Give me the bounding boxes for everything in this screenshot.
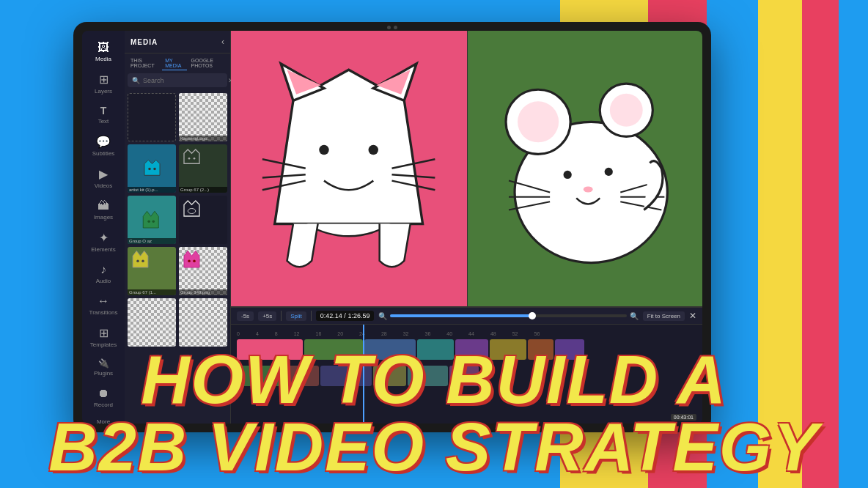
media-thumb-3[interactable]: artist kit (1).p... <box>128 144 176 193</box>
timeline-ruler: 0 4 8 12 16 20 24 28 32 36 40 44 <box>231 325 702 336</box>
progress-bar[interactable] <box>390 314 626 317</box>
sidebar-item-elements[interactable]: ✦ Elements <box>84 226 122 257</box>
subtitles-icon: 💬 <box>96 135 111 149</box>
media-thumb-7[interactable]: Group 67 (1... <box>128 247 176 295</box>
skip-forward-button[interactable]: +5s <box>258 311 276 321</box>
ruler-tick-48: 48 <box>490 331 496 336</box>
svg-point-12 <box>136 260 139 263</box>
time-display: 0:42.14 / 1:26.59 <box>316 311 375 321</box>
sidebar-label-subtitles: Subtitles <box>92 150 115 157</box>
media-thumb-10[interactable] <box>179 298 227 347</box>
preview-left <box>231 31 467 306</box>
svg-point-1 <box>148 167 151 170</box>
preview-right <box>467 31 703 306</box>
ruler-tick-0: 0 <box>237 331 240 336</box>
media-thumb-4[interactable]: Group 67 (2...) <box>179 144 227 193</box>
cat-right-container <box>468 31 703 306</box>
ruler-tick-4: 4 <box>256 331 259 336</box>
svg-marker-14 <box>184 251 199 267</box>
progress-fill <box>390 314 532 317</box>
ruler-tick-32: 32 <box>403 331 409 336</box>
thumb-label-8: Group 349.png <box>179 289 227 295</box>
title-line2: B2B VIDEO STRATEGY <box>15 413 853 481</box>
sidebar-label-text: Text <box>98 118 109 125</box>
close-timeline-button[interactable]: ✕ <box>689 311 696 321</box>
svg-point-15 <box>188 260 191 263</box>
time-total: 1:26.59 <box>347 312 369 319</box>
thumb-label-5: Group O az <box>128 238 176 244</box>
sidebar-item-media[interactable]: 🖼 Media <box>84 37 122 67</box>
sidebar-item-videos[interactable]: ▶ Videos <box>84 163 122 193</box>
search-input[interactable] <box>143 77 225 84</box>
media-thumb-2[interactable]: KapwingLogo... <box>179 93 227 141</box>
thumb-label-4: Group 67 (2...) <box>179 187 227 193</box>
sidebar-item-layers[interactable]: ⊞ Layers <box>84 68 122 99</box>
svg-point-7 <box>147 220 150 223</box>
svg-point-43 <box>609 93 642 126</box>
search-bar: 🔍 ✕ Go <box>128 73 227 87</box>
sidebar-item-images[interactable]: 🏔 Images <box>84 195 122 225</box>
media-panel-header: MEDIA ‹ <box>125 31 230 53</box>
cat-left-container <box>231 31 467 306</box>
ruler-tick-52: 52 <box>512 331 518 336</box>
zoom-out-icon[interactable]: 🔍 <box>378 312 387 320</box>
dot-left <box>387 26 391 29</box>
skip-back-button[interactable]: -5s <box>237 311 254 321</box>
ruler-tick-56: 56 <box>534 331 540 336</box>
svg-point-42 <box>518 101 559 142</box>
ruler-tick-28: 28 <box>381 331 387 336</box>
svg-point-10 <box>188 209 196 214</box>
sidebar-label-videos: Videos <box>95 182 112 189</box>
svg-point-20 <box>319 145 328 155</box>
progress-thumb[interactable] <box>529 312 536 319</box>
fit-screen-button[interactable]: Fit to Screen <box>643 311 685 321</box>
media-thumb-1[interactable] <box>128 93 176 141</box>
ruler-tick-36: 36 <box>425 331 431 336</box>
sidebar-item-audio[interactable]: ♪ Audio <box>84 259 122 289</box>
search-icon: 🔍 <box>132 77 140 84</box>
media-thumb-6[interactable] <box>179 196 227 244</box>
ruler-tick-20: 20 <box>337 331 343 336</box>
preview-area <box>231 31 702 306</box>
cat-right-svg <box>491 59 679 279</box>
thumb-label-7: Group 67 (1... <box>128 289 176 295</box>
tab-my-media[interactable]: MY MEDIA <box>162 56 186 70</box>
sidebar-item-text[interactable]: T Text <box>84 100 122 129</box>
videos-icon: ▶ <box>99 167 108 181</box>
svg-point-34 <box>604 167 612 175</box>
zoom-in-icon[interactable]: 🔍 <box>630 312 639 320</box>
sidebar-item-subtitles[interactable]: 💬 Subtitles <box>84 130 122 161</box>
media-thumb-5[interactable]: Group O az <box>128 196 176 244</box>
thumb-sketch-svg-6 <box>179 196 205 221</box>
thumb-cat-svg-8 <box>179 247 205 273</box>
split-button[interactable]: Split <box>286 311 306 321</box>
svg-point-2 <box>153 167 156 170</box>
sidebar-label-images: Images <box>94 214 113 221</box>
audio-icon: ♪ <box>100 263 106 276</box>
svg-point-33 <box>563 170 571 178</box>
media-thumb-8[interactable]: Group 349.png <box>179 247 227 295</box>
text-icon: T <box>100 105 107 117</box>
transitions-icon: ↔ <box>98 295 109 308</box>
thumb-label-3: artist kit (1).p... <box>128 187 176 193</box>
thumb-cat-svg-7 <box>128 247 153 273</box>
elements-icon: ✦ <box>99 231 108 245</box>
timeline-controls: -5s +5s Split 0:42.14 / 1:26.59 🔍 <box>231 308 702 325</box>
templates-icon: ⊞ <box>99 326 108 340</box>
thumb-label-2: KapwingLogo... <box>179 136 227 141</box>
svg-marker-0 <box>144 160 160 175</box>
svg-point-8 <box>152 220 155 223</box>
cat-left-svg <box>249 51 449 286</box>
thumb-sketch-svg-4 <box>179 144 205 170</box>
media-icon: 🖼 <box>98 41 109 54</box>
sidebar-label-transitions: Transitions <box>89 309 118 316</box>
tab-this-project[interactable]: THIS PROJECT <box>128 56 161 70</box>
bottom-text-block: HOW TO BUILD A B2B VIDEO STRATEGY <box>0 346 868 488</box>
sidebar-item-transitions[interactable]: ↔ Transitions <box>84 290 122 320</box>
tab-google-photos[interactable]: GOOGLE PHOTOS <box>188 56 227 70</box>
collapse-button[interactable]: ‹ <box>221 37 224 47</box>
ruler-tick-16: 16 <box>316 331 322 336</box>
svg-point-13 <box>141 260 144 263</box>
media-thumb-9[interactable] <box>128 298 176 347</box>
svg-marker-6 <box>143 211 158 228</box>
